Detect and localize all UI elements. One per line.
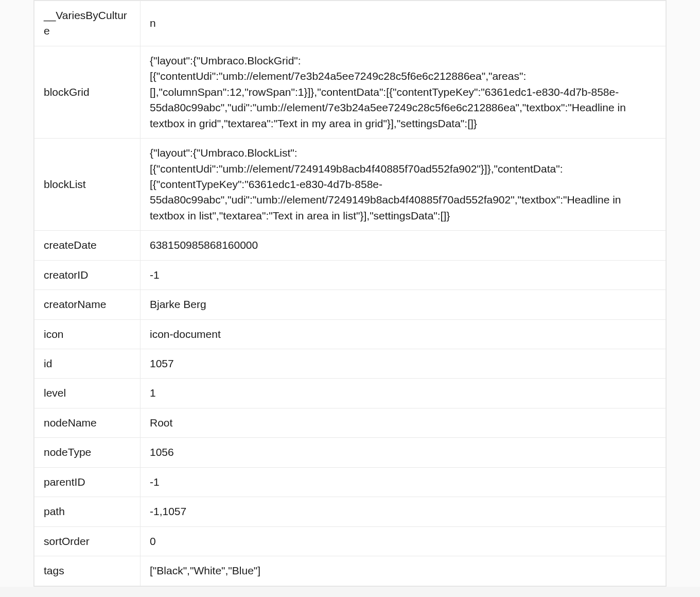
table-row: icon icon-document xyxy=(34,319,666,349)
property-key: path xyxy=(34,497,141,526)
table-row: sortOrder 0 xyxy=(34,526,666,556)
property-key: __VariesByCulture xyxy=(34,1,141,46)
table-row: id 1057 xyxy=(34,349,666,379)
table-row: level 1 xyxy=(34,379,666,408)
properties-table-container: __VariesByCulture n blockGrid {"layout":… xyxy=(33,0,667,587)
property-value: Root xyxy=(141,408,666,437)
property-value: 0 xyxy=(141,526,666,556)
property-key: creatorName xyxy=(34,290,141,319)
property-key: blockGrid xyxy=(34,46,141,138)
properties-table: __VariesByCulture n blockGrid {"layout":… xyxy=(34,1,666,586)
property-key: id xyxy=(34,349,141,379)
property-value: n xyxy=(141,1,666,46)
property-value: ["Black","White","Blue"] xyxy=(141,556,666,586)
property-key: nodeType xyxy=(34,438,141,467)
property-key: sortOrder xyxy=(34,526,141,556)
property-value: 1056 xyxy=(141,438,666,467)
table-row: path -1,1057 xyxy=(34,497,666,526)
property-value: Bjarke Berg xyxy=(141,290,666,319)
table-row: creatorID -1 xyxy=(34,260,666,289)
table-row: parentID -1 xyxy=(34,467,666,497)
table-row: blockGrid {"layout":{"Umbraco.BlockGrid"… xyxy=(34,46,666,138)
property-value: 638150985868160000 xyxy=(141,231,666,260)
property-value: 1 xyxy=(141,379,666,408)
table-row: blockList {"layout":{"Umbraco.BlockList"… xyxy=(34,139,666,231)
table-row: createDate 638150985868160000 xyxy=(34,231,666,260)
page-container: __VariesByCulture n blockGrid {"layout":… xyxy=(0,0,700,587)
table-row: nodeType 1056 xyxy=(34,438,666,467)
table-row: creatorName Bjarke Berg xyxy=(34,290,666,319)
property-value: -1,1057 xyxy=(141,497,666,526)
table-row: nodeName Root xyxy=(34,408,666,437)
property-key: level xyxy=(34,379,141,408)
property-key: blockList xyxy=(34,139,141,231)
property-value: 1057 xyxy=(141,349,666,379)
property-value: -1 xyxy=(141,260,666,289)
table-row: __VariesByCulture n xyxy=(34,1,666,46)
property-key: tags xyxy=(34,556,141,586)
property-key: nodeName xyxy=(34,408,141,437)
property-key: parentID xyxy=(34,467,141,497)
property-value: -1 xyxy=(141,467,666,497)
properties-tbody: __VariesByCulture n blockGrid {"layout":… xyxy=(34,1,666,586)
property-key: creatorID xyxy=(34,260,141,289)
property-key: icon xyxy=(34,319,141,349)
property-value: {"layout":{"Umbraco.BlockGrid":[{"conten… xyxy=(141,46,666,138)
property-key: createDate xyxy=(34,231,141,260)
property-value: icon-document xyxy=(141,319,666,349)
table-row: tags ["Black","White","Blue"] xyxy=(34,556,666,586)
property-value: {"layout":{"Umbraco.BlockList":[{"conten… xyxy=(141,139,666,231)
